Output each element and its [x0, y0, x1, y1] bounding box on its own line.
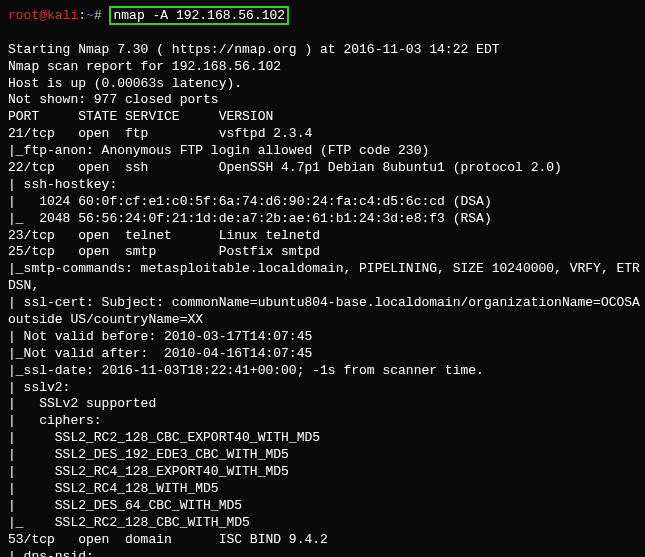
output-script: |_Not valid after: 2010-04-16T14:07:45 — [8, 346, 637, 363]
output-port: 21/tcp open ftp vsftpd 2.3.4 — [8, 126, 637, 143]
output-line: Not shown: 977 closed ports — [8, 92, 637, 109]
prompt-at: @ — [39, 8, 47, 23]
output-script: DSN, — [8, 278, 637, 295]
output-script: |_ftp-anon: Anonymous FTP login allowed … — [8, 143, 637, 160]
output-script: | 1024 60:0f:cf:e1:c0:5f:6a:74:d6:90:24:… — [8, 194, 637, 211]
output-script: | SSL2_RC4_128_WITH_MD5 — [8, 481, 637, 498]
output-port: 25/tcp open smtp Postfix smtpd — [8, 244, 637, 261]
output-script: | ssh-hostkey: — [8, 177, 637, 194]
output-blank — [8, 25, 637, 42]
prompt-sep: : — [78, 8, 86, 23]
output-port: 23/tcp open telnet Linux telnetd — [8, 228, 637, 245]
output-port: 53/tcp open domain ISC BIND 9.4.2 — [8, 532, 637, 549]
output-script: | SSL2_DES_64_CBC_WITH_MD5 — [8, 498, 637, 515]
output-script: | dns-nsid: — [8, 549, 637, 558]
output-script: |_ SSL2_RC2_128_CBC_WITH_MD5 — [8, 515, 637, 532]
output-script: | SSL2_RC4_128_EXPORT40_WITH_MD5 — [8, 464, 637, 481]
output-script: |_ 2048 56:56:24:0f:21:1d:de:a7:2b:ae:61… — [8, 211, 637, 228]
output-script: |_smtp-commands: metasploitable.localdom… — [8, 261, 637, 278]
prompt-hash: # — [94, 8, 110, 23]
prompt-path: ~ — [86, 8, 94, 23]
prompt-user: root — [8, 8, 39, 23]
prompt-host: kali — [47, 8, 78, 23]
output-script: |_ssl-date: 2016-11-03T18:22:41+00:00; -… — [8, 363, 637, 380]
output-script: | ciphers: — [8, 413, 637, 430]
output-line: Nmap scan report for 192.168.56.102 — [8, 59, 637, 76]
output-script: | ssl-cert: Subject: commonName=ubuntu80… — [8, 295, 637, 312]
output-line: Host is up (0.00063s latency). — [8, 76, 637, 93]
output-script: | Not valid before: 2010-03-17T14:07:45 — [8, 329, 637, 346]
output-script: outside US/countryName=XX — [8, 312, 637, 329]
output-script: | SSLv2 supported — [8, 396, 637, 413]
output-script: | sslv2: — [8, 380, 637, 397]
prompt-line: root@kali:~# nmap -A 192.168.56.102 — [8, 8, 637, 25]
output-script: | SSL2_RC2_128_CBC_EXPORT40_WITH_MD5 — [8, 430, 637, 447]
output-script: | SSL2_DES_192_EDE3_CBC_WITH_MD5 — [8, 447, 637, 464]
output-port: 22/tcp open ssh OpenSSH 4.7p1 Debian 8ub… — [8, 160, 637, 177]
command-input[interactable]: nmap -A 192.168.56.102 — [109, 6, 289, 25]
output-line: Starting Nmap 7.30 ( https://nmap.org ) … — [8, 42, 637, 59]
output-header: PORT STATE SERVICE VERSION — [8, 109, 637, 126]
